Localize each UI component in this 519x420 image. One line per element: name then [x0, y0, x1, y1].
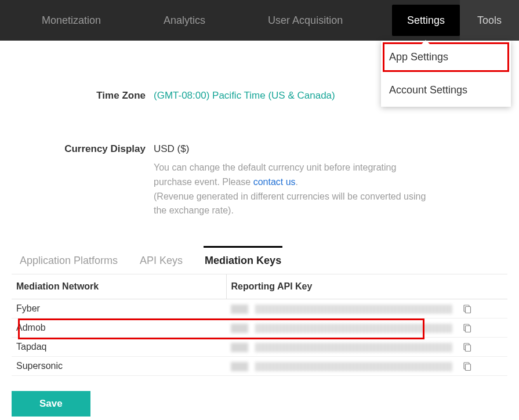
save-button[interactable]: Save: [12, 391, 90, 417]
api-key-prefix-blurred: [231, 343, 248, 352]
subtabs: Application Platforms API Keys Mediation…: [12, 246, 507, 274]
copy-icon[interactable]: [462, 324, 471, 333]
tab-api-keys[interactable]: API Keys: [139, 246, 184, 274]
nav-analytics[interactable]: Analytics: [150, 0, 219, 41]
currency-note-text-2: (Revenue generated in different currenci…: [154, 191, 426, 216]
mediation-table: Mediation Network Reporting API Key Fybe…: [12, 274, 507, 376]
network-name: Fyber: [12, 299, 226, 318]
nav-right-group: Settings Tools: [392, 0, 519, 41]
network-name: Supersonic: [12, 357, 226, 376]
network-name: Tapdaq: [12, 338, 226, 357]
network-name: Admob: [12, 318, 226, 338]
api-key-blurred: [255, 343, 452, 352]
copy-icon[interactable]: [462, 343, 471, 352]
tab-mediation-keys[interactable]: Mediation Keys: [204, 246, 282, 274]
timezone-value[interactable]: (GMT-08:00) Pacific Time (US & Canada): [154, 90, 335, 101]
column-mediation-network: Mediation Network: [12, 274, 226, 299]
table-row: Tapdaq: [12, 338, 507, 357]
top-navigation: Monetization Analytics User Acquisition …: [0, 0, 519, 41]
api-key-prefix-blurred: [231, 362, 248, 371]
copy-icon[interactable]: [462, 305, 471, 314]
currency-note-text-1b: .: [296, 177, 298, 187]
svg-rect-7: [465, 364, 470, 370]
dropdown-caret-icon: [420, 40, 431, 45]
dropdown-account-settings[interactable]: Account Settings: [381, 74, 511, 107]
nav-settings-label: Settings: [407, 15, 445, 27]
api-key-blurred: [255, 362, 452, 371]
currency-note: You can change the default currency unit…: [154, 161, 429, 218]
svg-rect-3: [465, 325, 470, 332]
table-row: Fyber: [12, 299, 507, 318]
currency-value: USD ($): [154, 143, 507, 155]
api-key-blurred: [255, 324, 452, 333]
nav-settings[interactable]: Settings: [392, 5, 460, 36]
dropdown-app-settings[interactable]: App Settings: [381, 41, 511, 74]
nav-monetization[interactable]: Monetization: [28, 0, 115, 41]
copy-icon[interactable]: [462, 362, 471, 371]
table-row: Supersonic: [12, 357, 507, 376]
svg-rect-1: [465, 306, 470, 313]
mediation-table-wrap: Mediation Network Reporting API Key Fybe…: [12, 274, 507, 376]
currency-row: Currency Display USD ($) You can change …: [12, 143, 507, 218]
column-reporting-api-key: Reporting API Key: [226, 274, 507, 299]
api-key-prefix-blurred: [231, 324, 248, 333]
content-area: Time Zone (GMT-08:00) Pacific Time (US &…: [0, 90, 519, 420]
currency-label: Currency Display: [12, 143, 154, 155]
table-row: Admob: [12, 318, 507, 338]
nav-user-acquisition[interactable]: User Acquisition: [254, 0, 357, 41]
nav-tools[interactable]: Tools: [460, 0, 519, 41]
api-key-prefix-blurred: [231, 305, 248, 314]
svg-rect-5: [465, 345, 470, 351]
api-key-blurred: [255, 305, 452, 314]
tab-application-platforms[interactable]: Application Platforms: [19, 246, 119, 274]
timezone-label: Time Zone: [12, 90, 154, 102]
contact-us-link[interactable]: contact us: [253, 177, 296, 187]
settings-dropdown: App Settings Account Settings: [381, 41, 511, 107]
